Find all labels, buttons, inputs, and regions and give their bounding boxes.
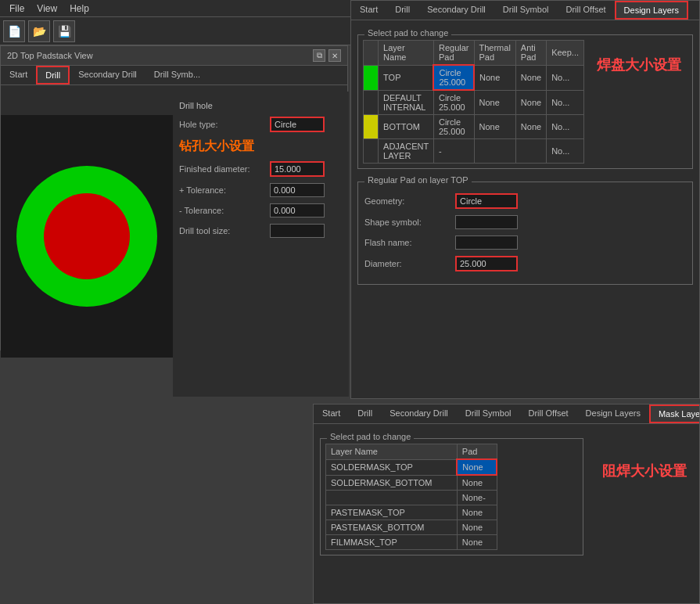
- drill-tool-row: Drill tool size:: [179, 224, 343, 238]
- mask-layers-table: Layer Name Pad SOLDERMASK_TOP None SOLDE…: [325, 444, 497, 550]
- table-row[interactable]: TOP Circle 25.000 None None No...: [364, 65, 584, 90]
- anti-adjacent: [515, 139, 546, 164]
- col-header-mask-layer: Layer Name: [326, 444, 458, 460]
- layer-name-adjacent: ADJACENT LAYER: [379, 139, 434, 164]
- tab-design-layers-br[interactable]: Design Layers: [577, 404, 649, 423]
- tab-drill-tr[interactable]: Drill: [386, 1, 418, 20]
- table-row[interactable]: SOLDERMASK_TOP None: [326, 459, 497, 475]
- col-header-mask-pad: Pad: [457, 444, 497, 460]
- pad-drill-hole: [44, 193, 130, 279]
- select-pad-group-title: Select pad to change: [364, 28, 451, 38]
- table-row[interactable]: PASTEMASK_TOP None: [326, 505, 497, 520]
- color-cell-default: [364, 90, 379, 115]
- mask-pad-empty: None-: [457, 491, 497, 505]
- tab-drill-symbol-br[interactable]: Drill Symbol: [457, 404, 520, 423]
- tab-secondary-drill-tr[interactable]: Secondary Drill: [418, 1, 494, 20]
- tab-drill-symbol-tr[interactable]: Drill Symbol: [494, 1, 558, 20]
- finished-diameter-row: Finished diameter:: [179, 161, 343, 177]
- tab-start-br[interactable]: Start: [314, 404, 349, 423]
- tab-start[interactable]: Start: [1, 66, 36, 84]
- regular-pad-bottom: Circle 25.000: [433, 115, 474, 139]
- tab-drill[interactable]: Drill: [36, 66, 70, 84]
- diameter-input[interactable]: [455, 256, 518, 271]
- new-button[interactable]: 📄: [3, 20, 25, 42]
- shape-input[interactable]: [455, 215, 518, 229]
- menu-view[interactable]: View: [31, 2, 63, 16]
- mask-pad-sm-top: None: [457, 459, 497, 475]
- table-row[interactable]: ADJACENT LAYER - No...: [364, 139, 584, 164]
- mask-pad-group-title: Select pad to change: [327, 432, 414, 441]
- table-row[interactable]: FILMMASK_TOP None: [326, 535, 497, 550]
- plus-tolerance-input[interactable]: [270, 183, 325, 197]
- col-header-keep: Keep...: [547, 41, 584, 66]
- tab-drill-offset-tr[interactable]: Drill Offset: [557, 1, 614, 20]
- color-cell-bottom: [364, 115, 379, 139]
- bottom-right-panel: Start Drill Secondary Drill Drill Symbol…: [313, 404, 700, 604]
- plus-tolerance-label: + Tolerance:: [179, 185, 265, 195]
- keep-default: No...: [547, 90, 584, 115]
- layer-name-top: TOP: [379, 65, 434, 90]
- col-header-thermal: Thermal Pad: [474, 41, 515, 66]
- anti-top: None: [515, 65, 546, 90]
- table-row[interactable]: SOLDERMASK_BOTTOM None: [326, 475, 497, 491]
- minus-tolerance-label: - Tolerance:: [179, 206, 265, 215]
- regular-pad-title: Regular Pad on layer TOP: [364, 175, 472, 185]
- table-row[interactable]: None-: [326, 491, 497, 505]
- layer-name-default: DEFAULT INTERNAL: [379, 90, 434, 115]
- mask-pad-pm-top: None: [457, 505, 497, 520]
- open-button[interactable]: 📂: [28, 20, 50, 42]
- close-button[interactable]: ✕: [328, 49, 341, 62]
- mask-pad-group: Select pad to change Layer Name Pad SOLD…: [320, 438, 583, 555]
- anti-default: None: [515, 90, 546, 115]
- layer-name-bottom: BOTTOM: [379, 115, 434, 139]
- table-row[interactable]: DEFAULT INTERNAL Circle 25.000 None None…: [364, 90, 584, 115]
- thermal-top: None: [474, 65, 515, 90]
- hole-type-label: Hole type:: [179, 120, 265, 129]
- anti-bottom: None: [515, 115, 546, 139]
- tab-drill-br[interactable]: Drill: [349, 404, 381, 423]
- hole-type-input[interactable]: [270, 117, 325, 132]
- regular-pad-default: Circle 25.000: [433, 90, 474, 115]
- pad-size-annotation: 焊盘大小设置: [597, 57, 681, 73]
- pad-outer-ring: [16, 166, 157, 307]
- panel-titlebar: 2D Top Padstack View ⧉ ✕: [1, 46, 347, 66]
- thermal-adjacent: [474, 139, 515, 164]
- table-row[interactable]: PASTEMASK_BOTTOM None: [326, 520, 497, 535]
- geometry-label: Geometry:: [364, 196, 451, 206]
- tab-secondary-drill[interactable]: Secondary Drill: [70, 66, 145, 84]
- drill-section-title: Drill hole: [179, 101, 343, 110]
- regular-pad-adjacent: -: [433, 139, 474, 164]
- pad-canvas: [1, 115, 173, 358]
- table-row[interactable]: BOTTOM Circle 25.000 None None No...: [364, 115, 584, 139]
- tab-start-tr[interactable]: Start: [351, 1, 386, 20]
- plus-tolerance-row: + Tolerance:: [179, 183, 343, 197]
- drill-tool-label: Drill tool size:: [179, 226, 265, 235]
- menu-help[interactable]: Help: [63, 2, 95, 16]
- save-button[interactable]: 💾: [53, 20, 75, 42]
- mask-pad-pm-bot: None: [457, 520, 497, 535]
- flash-input[interactable]: [455, 235, 518, 250]
- drill-tool-input[interactable]: [270, 224, 325, 238]
- design-layers-tabs: Start Drill Secondary Drill Drill Symbol…: [351, 1, 699, 20]
- tab-mask-layers-br[interactable]: Mask Layers: [649, 404, 699, 423]
- minus-tolerance-row: - Tolerance:: [179, 203, 343, 218]
- tab-design-layers-tr[interactable]: Design Layers: [615, 1, 688, 20]
- mask-layer-empty: [326, 491, 458, 505]
- tab-secondary-drill-br[interactable]: Secondary Drill: [381, 404, 457, 423]
- geometry-input[interactable]: [455, 193, 518, 209]
- hole-type-row: Hole type:: [179, 117, 343, 132]
- restore-button[interactable]: ⧉: [313, 49, 325, 62]
- thermal-bottom: None: [474, 115, 515, 139]
- finished-diameter-input[interactable]: [270, 161, 325, 177]
- minus-tolerance-input[interactable]: [270, 203, 325, 218]
- mask-layer-pm-top: PASTEMASK_TOP: [326, 505, 458, 520]
- shape-label: Shape symbol:: [364, 218, 451, 227]
- drill-properties: Drill hole Hole type: 钻孔大小设置 Finished di…: [173, 92, 349, 397]
- tab-drill-offset-br[interactable]: Drill Offset: [519, 404, 576, 423]
- flash-label: Flash name:: [364, 238, 451, 247]
- drill-size-annotation: 钻孔大小设置: [179, 138, 343, 155]
- tab-drill-symbol[interactable]: Drill Symb...: [145, 66, 209, 84]
- mask-layer-sm-top: SOLDERMASK_TOP: [326, 459, 458, 475]
- menu-file[interactable]: File: [3, 2, 31, 16]
- mask-layers-tabs: Start Drill Secondary Drill Drill Symbol…: [314, 404, 699, 424]
